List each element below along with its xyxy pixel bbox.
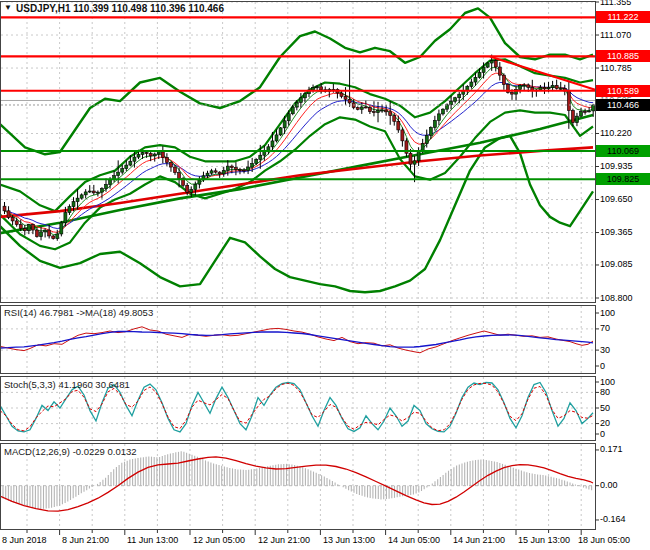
price-label: 109.935: [600, 161, 633, 172]
price-level-badge-red: 110.885: [596, 50, 650, 62]
time-axis-label: 12 Jun 21:00: [258, 535, 310, 545]
stoch-indicator-label: Stoch(5,3,3) 41.1960 30.6481: [4, 379, 130, 390]
time-axis-label: 13 Jun 13:00: [323, 535, 375, 545]
time-axis-label: 15 Jun 13:00: [518, 535, 570, 545]
price-label: 109.085: [600, 259, 633, 270]
time-axis-label: 12 Jun 05:00: [193, 535, 245, 545]
price-label: 108.800: [600, 293, 633, 304]
stoch-scale-label: 0: [600, 429, 605, 440]
stoch-scale-label: 50: [600, 403, 610, 414]
price-label: 110.785: [600, 63, 632, 74]
time-axis-label: 11 Jun 13:00: [127, 535, 178, 545]
price-level-badge-green: 110.069: [596, 145, 650, 157]
chart-window: ▼ USDJPY,H1 110.399 110.498 110.396 110.…: [0, 0, 650, 550]
price-label: 111.355: [600, 0, 631, 8]
price-level-badge-black: 110.466: [596, 99, 650, 111]
price-level-badge-green: 109.825: [596, 173, 650, 185]
stoch-scale-label: 20: [600, 418, 610, 429]
rsi-scale-label: 100: [600, 308, 615, 319]
stoch-scale-label: 100: [600, 377, 615, 388]
time-axis-label: 8 Jun 21:00: [62, 535, 109, 545]
chart-title: USDJPY,H1 110.399 110.498 110.396 110.46…: [16, 3, 224, 14]
time-axis-label: 18 Jun 05:00: [578, 535, 630, 545]
symbol-dropdown-icon[interactable]: ▼: [4, 3, 12, 12]
rsi-scale-label: 30: [600, 345, 610, 356]
price-label: 111.070: [600, 30, 631, 41]
rsi-scale-label: 0: [600, 361, 605, 372]
time-axis-label: 8 Jun 2018: [2, 535, 47, 545]
time-axis-label: 14 Jun 21:00: [453, 535, 505, 545]
price-level-badge-red: 110.589: [596, 85, 650, 97]
price-label: 109.650: [600, 194, 633, 205]
price-level-badge-red: 111.222: [596, 11, 650, 23]
macd-scale-label: -0.164: [600, 514, 626, 525]
price-label: 110.220: [600, 128, 632, 139]
price-label: 109.365: [600, 227, 633, 238]
time-axis-label: 14 Jun 05:00: [388, 535, 440, 545]
price-chart-canvas[interactable]: [0, 0, 650, 550]
macd-scale-label: 0.00: [600, 480, 618, 491]
macd-scale-label: 0.171: [600, 444, 623, 455]
stoch-scale-label: 80: [600, 387, 610, 398]
macd-indicator-label: MACD(12,26,9) -0.0229 0.0132: [4, 446, 137, 457]
rsi-scale-label: 70: [600, 323, 610, 334]
rsi-indicator-label: RSI(14) 46.7981 ->MA(18) 49.8053: [4, 307, 153, 318]
